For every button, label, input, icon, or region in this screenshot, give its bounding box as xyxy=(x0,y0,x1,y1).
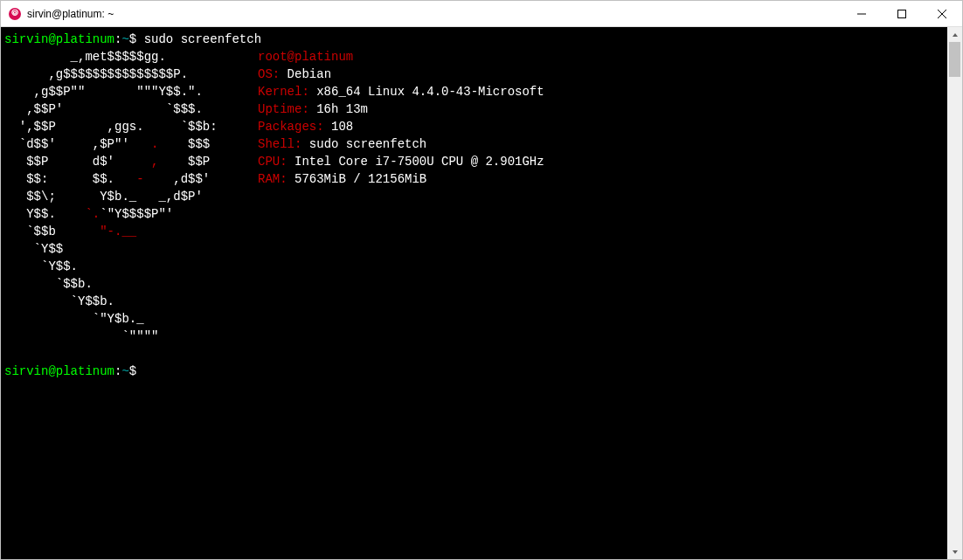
prompt-dollar: $ xyxy=(129,32,144,46)
scrollbar-thumb[interactable] xyxy=(949,42,960,77)
ascii-art-line: `"Y$b._ xyxy=(4,310,947,328)
titlebar[interactable]: sirvin@platinum: ~ xyxy=(1,1,962,27)
command-text: sudo screenfetch xyxy=(144,32,261,46)
info-os: OS: Debian xyxy=(258,66,331,83)
ascii-art-line: `Y$$. xyxy=(4,258,947,275)
close-button[interactable] xyxy=(922,1,962,26)
ascii-art-line: ,g$$P"" """Y$$.". xyxy=(4,83,258,100)
app-icon xyxy=(8,7,22,21)
blank-line xyxy=(4,345,947,363)
scroll-down-button[interactable] xyxy=(947,544,962,559)
output-line: _,met$$$$$gg. root@platinum xyxy=(4,48,947,66)
window-title: sirvin@platinum: ~ xyxy=(27,8,842,20)
terminal-window: sirvin@platinum: ~ sirvin@platinum:~$ su… xyxy=(0,0,963,560)
prompt-line: sirvin@platinum:~$ sudo screenfetch xyxy=(4,31,947,48)
ascii-art-line: ,g$$$$$$$$$$$$$$$P. xyxy=(4,66,258,83)
output-line: ,g$$P"" """Y$$.". Kernel: x86_64 Linux 4… xyxy=(4,83,947,100)
ascii-art-line: ',$$P ,ggs. `$$b: xyxy=(4,118,258,135)
prompt-line: sirvin@platinum:~$ xyxy=(4,363,947,380)
terminal-area: sirvin@platinum:~$ sudo screenfetch _,me… xyxy=(1,27,962,559)
info-kernel: Kernel: x86_64 Linux 4.4.0-43-Microsoft xyxy=(258,83,544,100)
prompt-userhost: sirvin@platinum xyxy=(4,364,114,378)
ascii-art-line: _,met$$$$$gg. xyxy=(4,48,258,66)
ascii-art-line: $$\; Y$b._ _,d$P' xyxy=(4,188,947,205)
prompt-dollar: $ xyxy=(129,364,144,378)
info-packages: Packages: 108 xyxy=(258,118,353,135)
info-shell: Shell: sudo screenfetch xyxy=(258,135,426,153)
ascii-art-line: `$$b "-.__ xyxy=(4,223,947,240)
window-controls xyxy=(842,1,962,26)
svg-rect-2 xyxy=(898,10,906,17)
scrollbar-track[interactable] xyxy=(947,42,962,544)
ascii-art-line: `Y$$ xyxy=(4,240,947,258)
ascii-art-line: ,$$P' `$$$. xyxy=(4,100,258,118)
ascii-art-line: `"""" xyxy=(4,328,947,345)
output-line: `d$$' ,$P"' . $$$ Shell: sudo screenfetc… xyxy=(4,135,947,153)
prompt-userhost: sirvin@platinum xyxy=(4,32,114,46)
prompt-path: ~ xyxy=(121,32,128,46)
ascii-art-line: `$$b. xyxy=(4,275,947,293)
ascii-art-line: `d$$' ,$P"' . $$$ xyxy=(4,135,258,153)
minimize-button[interactable] xyxy=(842,1,882,26)
maximize-button[interactable] xyxy=(882,1,922,26)
output-line: ,g$$$$$$$$$$$$$$$P. OS: Debian xyxy=(4,66,947,83)
terminal[interactable]: sirvin@platinum:~$ sudo screenfetch _,me… xyxy=(1,27,947,559)
scroll-up-button[interactable] xyxy=(947,27,962,42)
ascii-art-line: Y$$. `.`"Y$$$$P"' xyxy=(4,205,947,223)
info-uptime: Uptime: 16h 13m xyxy=(258,100,368,118)
info-ram: RAM: 5763MiB / 12156MiB xyxy=(258,170,426,188)
output-line: $$P d$' , $$P CPU: Intel Core i7-7500U C… xyxy=(4,153,947,170)
info-user: root@platinum xyxy=(258,48,353,66)
output-line: $$: $$. - ,d$$' RAM: 5763MiB / 12156MiB xyxy=(4,170,947,188)
ascii-art-line: `Y$$b. xyxy=(4,293,947,310)
output-line: ,$$P' `$$$. Uptime: 16h 13m xyxy=(4,100,947,118)
ascii-art-line: $$P d$' , $$P xyxy=(4,153,258,170)
prompt-path: ~ xyxy=(121,364,128,378)
info-cpu: CPU: Intel Core i7-7500U CPU @ 2.901GHz xyxy=(258,153,544,170)
ascii-art-line: $$: $$. - ,d$$' xyxy=(4,170,258,188)
output-line: ',$$P ,ggs. `$$b: Packages: 108 xyxy=(4,118,947,135)
vertical-scrollbar[interactable] xyxy=(947,27,962,559)
